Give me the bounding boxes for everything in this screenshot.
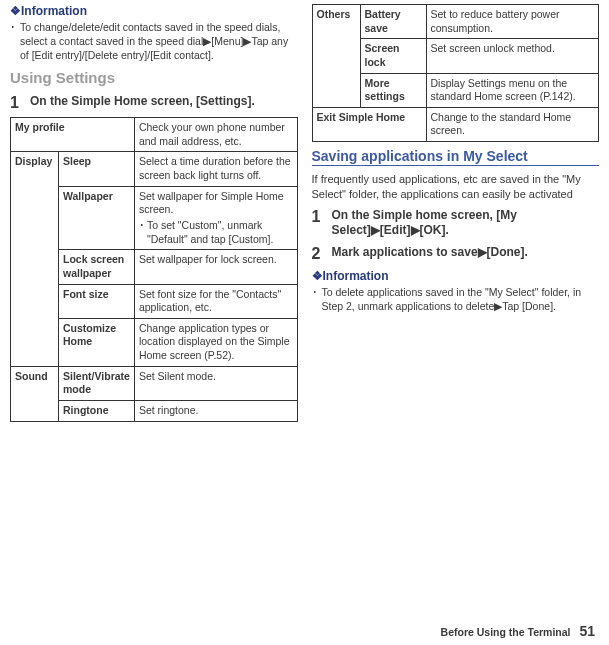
step-2: 2 Mark applications to save▶[Done].: [312, 245, 600, 263]
settings-table-1: My profile Check your own phone number a…: [10, 117, 298, 422]
info-bullet: ･ To change/delete/edit contacts saved i…: [10, 20, 298, 63]
settings-table-2: Others Battery save Set to reduce batter…: [312, 4, 600, 142]
left-column: ❖Information ･ To change/delete/edit con…: [10, 4, 298, 422]
using-settings-heading: Using Settings: [10, 69, 298, 86]
table-row: Display Sleep Select a time duration bef…: [11, 152, 298, 186]
table-row: My profile Check your own phone number a…: [11, 118, 298, 152]
saving-apps-heading: Saving applications in My Select: [312, 148, 600, 166]
table-row: Exit Simple Home Change to the standard …: [312, 107, 599, 141]
table-row: Others Battery save Set to reduce batter…: [312, 5, 599, 39]
saving-apps-para: If frequently used applications, etc are…: [312, 172, 600, 202]
step-1: 1 On the Simple home screen, [My Select]…: [312, 208, 600, 239]
right-column: Others Battery save Set to reduce batter…: [312, 4, 600, 422]
footer-section: Before Using the Terminal: [441, 626, 571, 638]
info-heading: ❖Information: [10, 4, 298, 18]
info-bullet: ･ To delete applications saved in the "M…: [312, 285, 600, 313]
table-row: Sound Silent/Vibrate mode Set Silent mod…: [11, 366, 298, 400]
page-number: 51: [579, 623, 595, 639]
info-heading: ❖Information: [312, 269, 600, 283]
step-1: 1 On the Simple Home screen, [Settings].: [10, 94, 298, 112]
page-footer: Before Using the Terminal 51: [441, 623, 595, 639]
